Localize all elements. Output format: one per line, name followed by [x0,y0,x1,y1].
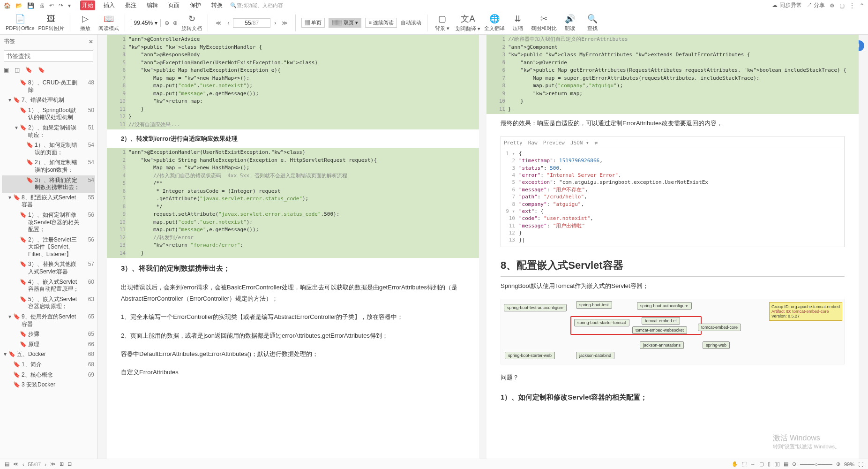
zoom-in-status-icon[interactable]: ⊕ [836,461,840,467]
next-page-icon[interactable]: › [272,20,278,26]
auto-scroll-button[interactable]: 自动滚动 [401,19,421,26]
read-mode-button[interactable]: 📖阅读模式 [98,14,119,32]
pdf-to-image[interactable]: 🖼PDF转图片 [38,14,64,32]
word-translate-button[interactable]: 文A划词翻译 ▾ [456,13,480,32]
expand-all-icon[interactable]: ▣ [4,67,9,73]
menu-page[interactable]: 页面 [166,0,181,10]
redo-icon[interactable]: ↷ [59,2,63,9]
share-button[interactable]: ↗ 分享 [807,1,825,9]
bookmark-item[interactable]: 🔖1）、如何定制和修改Servlet容器的相关配置；56 [2,210,95,235]
tab-arrows-icon[interactable]: ⇄ [595,139,598,146]
select-tool-icon[interactable]: ⬚ [742,461,747,467]
bookmark-item[interactable]: 🔖3）、将我们的定制数据携带出去；54 [2,175,95,193]
sidebar-close-icon[interactable]: ✕ [89,38,93,45]
continuous-button[interactable]: ≡ 连续阅读 [365,18,397,28]
bookmark-item[interactable]: 🔖1、简介68 [2,360,95,370]
double-view-icon[interactable]: ▯▯ [774,461,780,467]
menu-annotate[interactable]: 批注 [123,0,138,10]
bookmark-tree[interactable]: 🔖8）、CRUD-员工删除48▾🔖7、错误处理机制🔖1）、SpringBoot默… [0,76,97,459]
bookmark-item[interactable]: 🔖2）、注册Servlet三大组件【Servlet、Filter、Listene… [2,235,95,260]
collapse-all-icon[interactable]: ◫ [15,67,20,73]
undo-icon[interactable]: ↶ [49,2,54,9]
bookmark-item[interactable]: 🔖原理66 [2,340,95,350]
background-button[interactable]: ▢背景 ▾ [433,14,452,32]
status-add-icon[interactable]: ⊞ [60,461,64,467]
expand-icon[interactable]: ⌃ [860,2,864,9]
home-icon[interactable]: 🏠 [4,2,11,9]
diagram-box: spring-boot-test-autoconfigure [504,304,567,311]
fit-width-icon[interactable]: ↔ [750,461,756,467]
bookmark-item[interactable]: 🔖2）、如何定制错误的json数据；54 [2,158,95,175]
zoom-level[interactable]: 99.45% ▾ [131,19,161,27]
bookmark-item[interactable]: 🔖1）、如何定制错误的页面；54 [2,140,95,158]
play-button[interactable]: ▷播放 [76,14,95,32]
menu-protect[interactable]: 保护 [188,0,203,10]
menu-edit[interactable]: 编辑 [145,0,160,10]
single-view-icon[interactable]: ▯ [768,461,771,467]
settings-icon[interactable]: ⚙ [830,2,835,9]
add-bookmark-icon[interactable]: 🔖 [25,67,32,73]
menu-dropdown-icon[interactable]: ▾ [68,2,71,9]
first-page-icon[interactable]: ≪ [214,20,224,26]
save-icon[interactable]: 💾 [27,2,34,9]
menu-insert[interactable]: 插入 [102,0,117,10]
last-page-icon[interactable]: ≫ [280,20,290,26]
hand-tool-icon[interactable]: ✋ [732,461,738,467]
bookmark-item[interactable]: 🔖步骤65 [2,329,95,340]
zoom-in-icon[interactable]: ⊕ [173,20,178,26]
tab-raw[interactable]: Raw [528,139,538,146]
status-last-icon[interactable]: ≫ [50,461,56,467]
open-icon[interactable]: 📂 [15,2,22,9]
bookmark-item[interactable]: 🔖5）、嵌入式Servlet容器启动原理；63 [2,295,95,312]
grid-view-icon[interactable]: ▦ [784,461,788,467]
bookmark-icon[interactable]: 🔖 [38,67,45,73]
print-icon[interactable]: 🖨 [39,2,45,9]
zoom-out-icon[interactable]: ⊖ [165,20,169,26]
status-zoom[interactable]: 99% [844,461,854,467]
more-icon[interactable]: ⋮ [849,2,855,9]
full-translate-button[interactable]: 🌐全文翻译 [484,14,505,32]
page-input[interactable]: 55/87 [233,18,270,28]
double-page-button[interactable]: ▦▦ 双页 ▾ [329,18,361,28]
menu-start[interactable]: 开始 [80,0,95,10]
bookmark-item[interactable]: 🔖2、核心概念69 [2,370,95,380]
fit-page-icon[interactable]: ▢ [759,461,764,467]
bookmark-item[interactable]: ▾🔖8、配置嵌入式Servlet容器55 [2,193,95,210]
status-page[interactable]: 55/87 [28,461,41,467]
zoom-slider[interactable]: ────○──── [800,461,832,467]
prev-page-icon[interactable]: ‹ [225,20,231,26]
single-page-button[interactable]: ▦ 单页 [301,18,325,28]
tab-json[interactable]: JSON ▾ [570,139,589,146]
menu-convert[interactable]: 转换 [210,0,224,10]
bookmark-item[interactable]: 🔖4）、嵌入式Servlet容器自动配置原理；60 [2,277,95,295]
rotate-button[interactable]: ↻旋转文档 [181,14,202,32]
bookmark-search-input[interactable] [4,50,93,62]
tab-pretty[interactable]: Pretty [504,139,523,146]
status-next-icon[interactable]: › [45,461,46,467]
status-prev-icon[interactable]: ‹ [22,461,24,467]
diagram-box: spring-boot-starter-web [505,352,555,359]
bookmark-item[interactable]: ▾🔖9、使用外置的Servlet容器65 [2,312,95,329]
cloud-sync-status[interactable]: ☁ 同步异常 [772,1,801,9]
bookmark-item[interactable]: 🔖1）、SpringBoot默认的错误处理机制50 [2,106,95,123]
bookmark-item[interactable]: ▾🔖五、Docker68 [2,349,95,360]
bookmark-item[interactable]: 🔖8）、CRUD-员工删除48 [2,78,95,95]
bookmark-item[interactable]: 🔖3）、替换为其他嵌入式Servlet容器57 [2,259,95,277]
status-remove-icon[interactable]: ⊟ [67,461,72,467]
sidebar-toggle-icon[interactable]: ▤ [5,461,9,467]
status-first-icon[interactable]: ≪ [13,461,19,467]
pdf-to-office[interactable]: 📄PDF转Office [6,14,35,32]
window-icon[interactable]: ▢ [839,2,845,9]
fullscreen-icon[interactable]: ⛶ [858,461,863,467]
screenshot-button[interactable]: ✂截图和对比 [531,14,557,32]
zoom-out-status-icon[interactable]: ⊖ [792,461,796,467]
find-button[interactable]: 🔍查找 [583,14,602,32]
bookmark-item[interactable]: ▾🔖2）、如果定制错误响应：51 [2,123,95,140]
read-aloud-button[interactable]: 🔊朗读 [561,14,579,32]
bookmark-item[interactable]: ▾🔖7、错误处理机制 [2,95,95,106]
compress-button[interactable]: ⇊压缩 [509,14,527,32]
bookmark-item[interactable]: 🔖3 安装Docker [2,380,95,390]
search-placeholder[interactable]: 查找功能、文档内容 [237,2,283,9]
tab-preview[interactable]: Preview [543,139,565,146]
page-left: 1"ann">@ControllerAdvice2"kw">public "kw… [107,35,479,459]
